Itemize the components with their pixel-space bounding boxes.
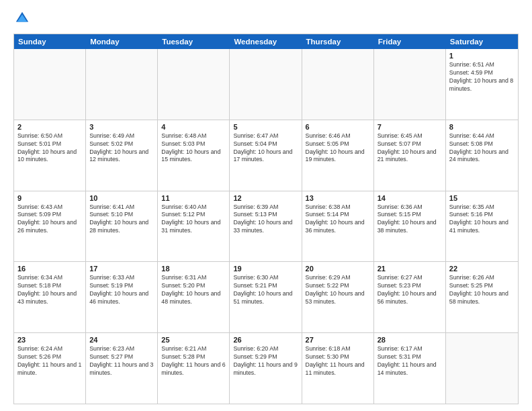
day-number: 24: [89, 336, 154, 344]
calendar-cell-3-6: 22Sunrise: 6:26 AM Sunset: 5:25 PM Dayli…: [446, 262, 518, 332]
calendar-cell-2-6: 15Sunrise: 6:35 AM Sunset: 5:16 PM Dayli…: [446, 191, 518, 262]
calendar-row-4: 23Sunrise: 6:24 AM Sunset: 5:26 PM Dayli…: [14, 333, 518, 404]
header-day-wednesday: Wednesday: [230, 34, 302, 49]
day-info: Sunrise: 6:21 AM Sunset: 5:28 PM Dayligh…: [161, 345, 226, 377]
calendar-cell-2-5: 14Sunrise: 6:36 AM Sunset: 5:15 PM Dayli…: [374, 191, 446, 262]
day-info: Sunrise: 6:26 AM Sunset: 5:25 PM Dayligh…: [449, 274, 515, 306]
calendar-cell-3-3: 19Sunrise: 6:30 AM Sunset: 5:21 PM Dayli…: [230, 262, 302, 332]
day-number: 6: [306, 123, 370, 131]
day-info: Sunrise: 6:46 AM Sunset: 5:05 PM Dayligh…: [306, 132, 370, 165]
calendar-header: SundayMondayTuesdayWednesdayThursdayFrid…: [14, 34, 518, 49]
day-info: Sunrise: 6:49 AM Sunset: 5:02 PM Dayligh…: [89, 132, 154, 165]
day-info: Sunrise: 6:31 AM Sunset: 5:20 PM Dayligh…: [161, 274, 226, 306]
calendar-row-2: 9Sunrise: 6:43 AM Sunset: 5:09 PM Daylig…: [14, 191, 518, 263]
day-number: 20: [306, 265, 370, 273]
day-info: Sunrise: 6:50 AM Sunset: 5:01 PM Dayligh…: [17, 132, 82, 165]
calendar-cell-1-0: 2Sunrise: 6:50 AM Sunset: 5:01 PM Daylig…: [14, 120, 86, 191]
calendar-cell-0-0: [14, 49, 86, 120]
day-number: 11: [161, 194, 226, 202]
page: SundayMondayTuesdayWednesdayThursdayFrid…: [0, 0, 532, 411]
header-day-sunday: Sunday: [14, 34, 86, 49]
calendar-row-1: 2Sunrise: 6:50 AM Sunset: 5:01 PM Daylig…: [14, 120, 518, 191]
day-info: Sunrise: 6:29 AM Sunset: 5:22 PM Dayligh…: [306, 274, 370, 306]
calendar-cell-4-5: 28Sunrise: 6:17 AM Sunset: 5:31 PM Dayli…: [374, 333, 446, 404]
day-info: Sunrise: 6:48 AM Sunset: 5:03 PM Dayligh…: [161, 132, 226, 165]
day-number: 5: [233, 123, 298, 131]
day-number: 4: [161, 123, 226, 131]
calendar-cell-4-4: 27Sunrise: 6:18 AM Sunset: 5:30 PM Dayli…: [302, 333, 374, 404]
calendar-cell-3-2: 18Sunrise: 6:31 AM Sunset: 5:20 PM Dayli…: [158, 262, 230, 332]
day-info: Sunrise: 6:17 AM Sunset: 5:31 PM Dayligh…: [378, 345, 442, 377]
calendar-cell-0-5: [374, 49, 446, 120]
calendar-cell-4-1: 24Sunrise: 6:23 AM Sunset: 5:27 PM Dayli…: [86, 333, 158, 404]
calendar-cell-2-3: 12Sunrise: 6:39 AM Sunset: 5:13 PM Dayli…: [230, 191, 302, 262]
header: [13, 11, 519, 28]
day-info: Sunrise: 6:43 AM Sunset: 5:09 PM Dayligh…: [17, 203, 82, 236]
calendar-cell-3-4: 20Sunrise: 6:29 AM Sunset: 5:22 PM Dayli…: [302, 262, 374, 332]
calendar-row-3: 16Sunrise: 6:34 AM Sunset: 5:18 PM Dayli…: [14, 262, 518, 333]
day-number: 27: [306, 336, 370, 344]
calendar-cell-4-2: 25Sunrise: 6:21 AM Sunset: 5:28 PM Dayli…: [158, 333, 230, 404]
calendar-cell-3-0: 16Sunrise: 6:34 AM Sunset: 5:18 PM Dayli…: [14, 262, 86, 332]
calendar-cell-3-1: 17Sunrise: 6:33 AM Sunset: 5:19 PM Dayli…: [86, 262, 158, 332]
day-info: Sunrise: 6:23 AM Sunset: 5:27 PM Dayligh…: [89, 345, 154, 377]
day-number: 12: [233, 194, 298, 202]
calendar-cell-0-2: [158, 49, 230, 120]
day-number: 28: [378, 336, 442, 344]
day-info: Sunrise: 6:45 AM Sunset: 5:07 PM Dayligh…: [378, 132, 442, 165]
calendar-cell-3-5: 21Sunrise: 6:27 AM Sunset: 5:23 PM Dayli…: [374, 262, 446, 332]
day-number: 25: [161, 336, 226, 344]
day-number: 7: [378, 123, 442, 131]
day-number: 18: [161, 265, 226, 273]
calendar-cell-1-2: 4Sunrise: 6:48 AM Sunset: 5:03 PM Daylig…: [158, 120, 230, 191]
day-info: Sunrise: 6:20 AM Sunset: 5:29 PM Dayligh…: [233, 345, 298, 377]
calendar-cell-0-3: [230, 49, 302, 120]
header-day-friday: Friday: [374, 34, 446, 49]
day-number: 14: [378, 194, 442, 202]
day-info: Sunrise: 6:18 AM Sunset: 5:30 PM Dayligh…: [306, 345, 370, 377]
calendar-cell-1-1: 3Sunrise: 6:49 AM Sunset: 5:02 PM Daylig…: [86, 120, 158, 191]
day-info: Sunrise: 6:40 AM Sunset: 5:12 PM Dayligh…: [161, 203, 226, 236]
day-info: Sunrise: 6:34 AM Sunset: 5:18 PM Dayligh…: [17, 274, 82, 306]
day-number: 22: [449, 265, 515, 273]
logo: [13, 11, 30, 28]
logo-icon: [15, 11, 30, 26]
day-info: Sunrise: 6:36 AM Sunset: 5:15 PM Dayligh…: [378, 203, 442, 236]
day-number: 16: [17, 265, 82, 273]
day-number: 1: [449, 52, 515, 60]
day-info: Sunrise: 6:51 AM Sunset: 4:59 PM Dayligh…: [449, 61, 515, 93]
day-number: 2: [17, 123, 82, 131]
calendar: SundayMondayTuesdayWednesdayThursdayFrid…: [13, 34, 519, 404]
header-day-monday: Monday: [86, 34, 158, 49]
day-number: 13: [306, 194, 370, 202]
header-day-saturday: Saturday: [446, 34, 518, 49]
calendar-body: 1Sunrise: 6:51 AM Sunset: 4:59 PM Daylig…: [14, 49, 518, 404]
calendar-cell-1-4: 6Sunrise: 6:46 AM Sunset: 5:05 PM Daylig…: [302, 120, 374, 191]
calendar-cell-1-5: 7Sunrise: 6:45 AM Sunset: 5:07 PM Daylig…: [374, 120, 446, 191]
calendar-cell-2-0: 9Sunrise: 6:43 AM Sunset: 5:09 PM Daylig…: [14, 191, 86, 262]
header-day-tuesday: Tuesday: [158, 34, 230, 49]
calendar-cell-2-2: 11Sunrise: 6:40 AM Sunset: 5:12 PM Dayli…: [158, 191, 230, 262]
day-number: 19: [233, 265, 298, 273]
day-number: 23: [17, 336, 82, 344]
day-number: 26: [233, 336, 298, 344]
day-info: Sunrise: 6:39 AM Sunset: 5:13 PM Dayligh…: [233, 203, 298, 236]
day-number: 9: [17, 194, 82, 202]
day-info: Sunrise: 6:41 AM Sunset: 5:10 PM Dayligh…: [89, 203, 154, 236]
calendar-cell-0-1: [86, 49, 158, 120]
day-info: Sunrise: 6:30 AM Sunset: 5:21 PM Dayligh…: [233, 274, 298, 306]
day-number: 8: [449, 123, 515, 131]
calendar-cell-0-6: 1Sunrise: 6:51 AM Sunset: 4:59 PM Daylig…: [446, 49, 518, 120]
day-info: Sunrise: 6:35 AM Sunset: 5:16 PM Dayligh…: [449, 203, 515, 236]
calendar-cell-2-4: 13Sunrise: 6:38 AM Sunset: 5:14 PM Dayli…: [302, 191, 374, 262]
calendar-cell-2-1: 10Sunrise: 6:41 AM Sunset: 5:10 PM Dayli…: [86, 191, 158, 262]
day-info: Sunrise: 6:33 AM Sunset: 5:19 PM Dayligh…: [89, 274, 154, 306]
day-number: 17: [89, 265, 154, 273]
day-info: Sunrise: 6:27 AM Sunset: 5:23 PM Dayligh…: [378, 274, 442, 306]
calendar-cell-4-3: 26Sunrise: 6:20 AM Sunset: 5:29 PM Dayli…: [230, 333, 302, 404]
day-number: 10: [89, 194, 154, 202]
day-number: 3: [89, 123, 154, 131]
day-number: 21: [378, 265, 442, 273]
calendar-cell-0-4: [302, 49, 374, 120]
day-info: Sunrise: 6:38 AM Sunset: 5:14 PM Dayligh…: [306, 203, 370, 236]
